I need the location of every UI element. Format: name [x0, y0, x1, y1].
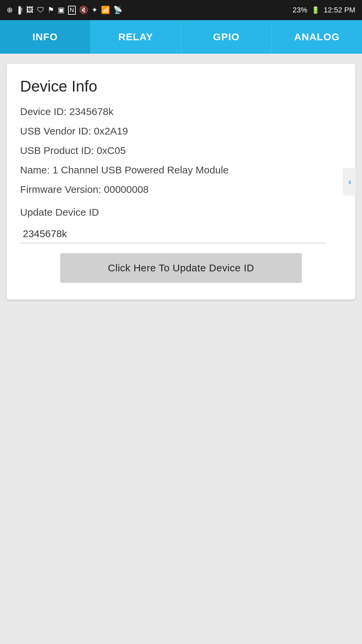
mute-icon: 🔇	[79, 6, 88, 14]
name-label: Name: 1 Channel USB Powered Relay Module	[20, 163, 342, 177]
tab-info[interactable]: INFO	[0, 20, 90, 54]
tab-relay[interactable]: RELAY	[90, 20, 181, 54]
tab-analog[interactable]: ANALOG	[272, 20, 362, 54]
tab-bar: INFO RELAY GPIO ANALOG	[0, 20, 362, 54]
card-icon: ▣	[58, 6, 65, 14]
battery-percent: 23%	[293, 6, 307, 14]
device-id-input[interactable]	[20, 225, 326, 243]
nfc-icon: N	[68, 6, 76, 15]
usb-vendor-id-label: USB Vendor ID: 0x2A19	[20, 124, 342, 138]
device-id-label: Device ID: 2345678k	[20, 105, 342, 119]
status-icons: ⊕ ▐! 🖼 🛡 ⚑ ▣ N 🔇 ✦ 📶 📡	[7, 6, 122, 15]
flag-icon: ⚑	[48, 6, 54, 14]
image-icon: 🖼	[26, 6, 34, 14]
wifi-icon: 📶	[101, 6, 110, 14]
bluetooth-icon: ✦	[92, 6, 98, 14]
main-content: Device Info Device ID: 2345678k USB Vend…	[0, 54, 362, 644]
add-icon: ⊕	[7, 6, 13, 14]
device-info-card: Device Info Device ID: 2345678k USB Vend…	[7, 64, 355, 300]
alert-icon: ▐!	[16, 6, 23, 14]
usb-product-id-label: USB Product ID: 0xC05	[20, 144, 342, 158]
battery-icon: 🔋	[311, 6, 320, 14]
status-right: 23% 🔋 12:52 PM	[293, 6, 355, 14]
chevron-left-icon: ‹	[348, 176, 351, 187]
update-device-id-button[interactable]: Click Here To Update Device ID	[60, 253, 302, 283]
signal-icon: 📡	[113, 6, 122, 14]
time: 12:52 PM	[324, 6, 355, 14]
firmware-version-label: Firmware Version: 00000008	[20, 182, 342, 197]
shield-icon: 🛡	[37, 6, 44, 14]
tab-gpio[interactable]: GPIO	[181, 20, 272, 54]
side-handle[interactable]: ‹	[344, 168, 356, 195]
card-title: Device Info	[20, 77, 342, 95]
status-bar: ⊕ ▐! 🖼 🛡 ⚑ ▣ N 🔇 ✦ 📶 📡 23% 🔋 12:52 PM	[0, 0, 362, 20]
update-device-id-label: Update Device ID	[20, 207, 342, 218]
